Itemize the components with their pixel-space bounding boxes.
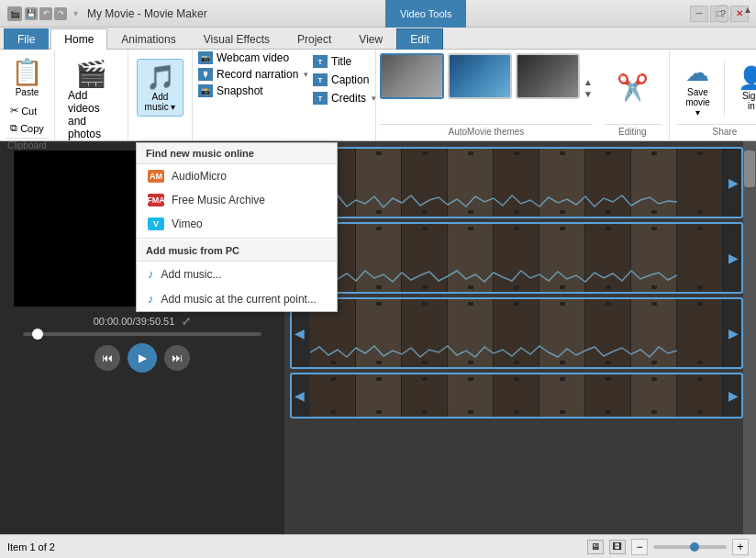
add-music-icon: 🎵 <box>146 63 175 92</box>
sign-in-button[interactable]: 👤 Signin <box>730 61 756 115</box>
add-videos-label: Add videos and photos <box>68 89 115 140</box>
tab-edit[interactable]: Edit <box>396 28 443 50</box>
rewind-button[interactable]: ⏮ <box>94 345 120 371</box>
vimeo-icon: V <box>148 218 164 230</box>
tab-file[interactable]: File <box>4 28 49 50</box>
theme-3-content <box>517 55 578 97</box>
title-caption-credits: T Title T Caption T Credits <box>307 53 382 106</box>
time-slider[interactable] <box>23 332 261 336</box>
timeline-scrollbar[interactable] <box>743 141 756 534</box>
audiomicro-label: AudioMicro <box>172 170 227 183</box>
automovie-themes-group: ▲ ▼ AutoMovie themes <box>376 50 596 140</box>
record-icon: 🎙 <box>198 68 213 81</box>
theme-1-content <box>382 55 442 97</box>
ribbon-collapse-button[interactable]: ▲ <box>743 5 752 15</box>
theme-item-1[interactable] <box>380 53 444 99</box>
zoom-slider-handle[interactable] <box>690 542 699 552</box>
themes-scroll-down[interactable]: ▼ <box>584 89 593 99</box>
monitor-icon[interactable]: 🖥 <box>587 540 604 554</box>
title-button[interactable]: T Title <box>307 53 382 70</box>
tab-view[interactable]: View <box>345 28 396 50</box>
theme-item-2[interactable] <box>448 53 512 99</box>
title-bar-icons: 🎬 💾 ↶ ↷ ▾ <box>7 6 82 21</box>
ribbon-tabs: File Home Animations Visual Effects Proj… <box>0 28 756 50</box>
add-videos-icon: 🎬 <box>75 59 107 89</box>
add-music-button[interactable]: 🎵 Add music ▾ <box>137 59 184 117</box>
time-display: 00:00.00/39:50.51 <box>94 316 175 327</box>
expand-icon[interactable]: ⤢ <box>182 315 191 328</box>
quick-access-icon3[interactable]: ↷ <box>54 7 67 20</box>
track4-frame-9 <box>677 374 723 417</box>
add-music-content: 🎵 Add music ▾ <box>137 53 184 122</box>
time-slider-handle[interactable] <box>32 329 43 340</box>
title-label: Title <box>331 55 351 68</box>
find-music-online-header: Find new music online <box>137 143 337 164</box>
fma-icon: FMA <box>148 194 164 206</box>
next-frame-button[interactable]: ⏭ <box>164 345 190 371</box>
timeline-track-3 <box>290 297 743 369</box>
themes-scroll-up[interactable]: ▲ <box>584 77 593 87</box>
audiomicro-item[interactable]: AM AudioMicro <box>137 164 337 188</box>
editing-icon: ✂️ <box>617 73 649 103</box>
clipboard-label: Clipboard <box>6 138 49 151</box>
play-button[interactable]: ▶ <box>128 343 157 373</box>
timeline-area <box>284 141 756 534</box>
add-music-from-pc-header: Add music from PC <box>137 240 337 262</box>
timeline-scroll-handle[interactable] <box>744 151 755 187</box>
timeline-track-2 <box>290 222 743 294</box>
add-videos-content: 🎬 Add videos and photos <box>61 53 122 146</box>
main-area: 00:00.00/39:50.51 ⤢ ⏮ ▶ ⏭ <box>0 141 756 534</box>
caption-button[interactable]: T Caption <box>307 72 382 88</box>
save-movie-button[interactable]: ☁ Savemovie ▾ <box>677 55 718 121</box>
webcam-label: Webcam video <box>217 51 289 64</box>
track4-frame-6 <box>539 374 585 417</box>
themes-scroll-arrows: ▲ ▼ <box>584 53 593 122</box>
snapshot-icon: 📸 <box>198 84 213 97</box>
quick-access-icon1[interactable]: 💾 <box>25 7 38 20</box>
zoom-out-button[interactable]: − <box>631 539 648 555</box>
share-divider <box>724 61 725 116</box>
user-icon: 👤 <box>738 65 756 91</box>
zoom-in-button[interactable]: + <box>732 539 749 555</box>
add-music-dropdown: Find new music online AM AudioMicro FMA … <box>136 142 338 312</box>
quick-access-icon2[interactable]: ↶ <box>39 7 52 20</box>
caption-label: Caption <box>331 73 369 86</box>
video-tools-label: Video Tools <box>385 0 466 28</box>
timeline-track-4 <box>290 373 743 418</box>
quick-access-dropdown[interactable]: ▾ <box>69 7 82 20</box>
track3-frame-9 <box>677 299 723 367</box>
free-music-archive-item[interactable]: FMA Free Music Archive <box>137 188 337 212</box>
tab-animations[interactable]: Animations <box>107 28 189 50</box>
timeline-track-1 <box>290 147 743 218</box>
theme-item-3[interactable] <box>516 53 580 99</box>
themes-scroller: ▲ ▼ <box>380 53 593 122</box>
add-music-at-current-point-item[interactable]: ♪ Add music at the current point... <box>137 286 337 311</box>
tab-project[interactable]: Project <box>284 28 345 50</box>
credits-icon: T <box>313 92 328 105</box>
credits-button[interactable]: T Credits <box>307 90 382 106</box>
add-videos-button[interactable]: 🎬 Add videos and photos <box>61 53 122 146</box>
track4-frame-5 <box>494 374 539 417</box>
copy-button[interactable]: ⧉ Copy <box>6 120 48 136</box>
cut-button[interactable]: ✂ Cut <box>6 103 48 118</box>
filmstrip-icon[interactable]: 🎞 <box>609 540 626 554</box>
tab-home[interactable]: Home <box>50 28 107 50</box>
paste-button[interactable]: 📋 Paste <box>7 53 47 101</box>
help-button[interactable]: ? <box>714 5 732 23</box>
track-3-waveform <box>310 343 677 362</box>
track4-frame-7 <box>585 374 631 417</box>
add-music-item[interactable]: ♪ Add music... <box>137 262 337 286</box>
minimize-button[interactable]: ─ <box>690 6 708 22</box>
track-2-waveform <box>310 268 677 286</box>
tab-visual-effects[interactable]: Visual Effects <box>190 28 284 50</box>
zoom-slider[interactable] <box>653 545 727 549</box>
vimeo-item[interactable]: V Vimeo <box>137 212 337 236</box>
cut-label: Cut <box>21 106 37 117</box>
item-count: Item 1 of 2 <box>7 541 55 552</box>
clipboard-group: 📋 Paste ✂ Cut ⧉ Copy Clipboard <box>0 50 55 140</box>
editing-content: ✂️ <box>617 53 649 122</box>
app-icon: 🎬 <box>7 6 22 21</box>
music-note-icon-1: ♪ <box>148 267 154 281</box>
share-content: ☁ Savemovie ▾ 👤 Signin <box>677 53 756 122</box>
editing-group: ✂️ Editing <box>596 50 670 140</box>
